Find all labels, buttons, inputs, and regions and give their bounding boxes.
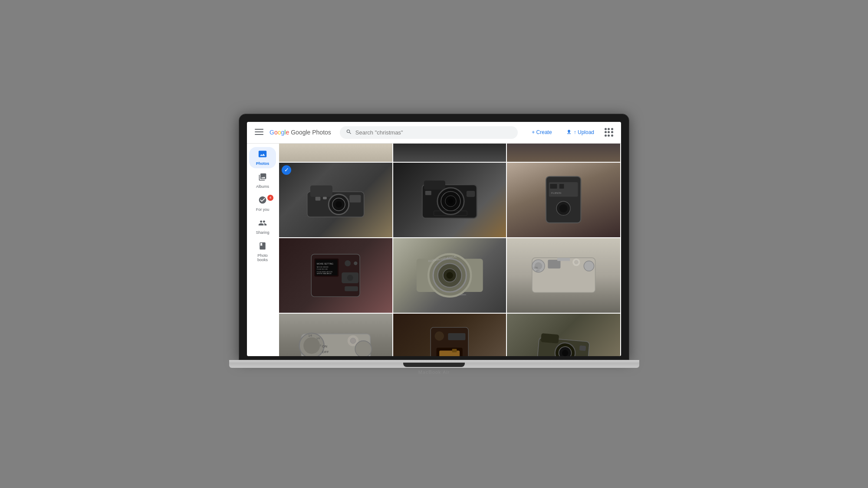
svg-rect-0	[255, 129, 263, 130]
for-you-badge: 4	[267, 195, 273, 201]
photo-cell-2[interactable]	[393, 163, 506, 237]
sidebar-item-for-you[interactable]: 4 For you	[249, 193, 276, 214]
svg-rect-1	[255, 131, 263, 132]
svg-rect-23	[559, 184, 564, 189]
svg-rect-12	[424, 180, 445, 190]
sidebar-item-albums[interactable]: Albums	[249, 170, 276, 191]
search-icon	[346, 129, 352, 136]
svg-rect-57	[548, 260, 560, 269]
screen: Google Google Photos	[247, 122, 621, 356]
photo-cell-1[interactable]	[279, 163, 392, 237]
photo-grid: FUJINON	[278, 162, 621, 356]
svg-rect-9	[316, 197, 321, 201]
svg-rect-82	[579, 346, 586, 351]
svg-text:FUJINON: FUJINON	[552, 192, 562, 194]
main-content: Photos Albums 4	[247, 144, 621, 356]
partial-top-1[interactable]	[279, 144, 392, 162]
photo-selected-check	[282, 165, 291, 175]
svg-rect-2	[255, 134, 263, 135]
menu-button[interactable]	[253, 126, 265, 139]
svg-point-75	[435, 331, 444, 341]
top-partial-row	[278, 144, 621, 162]
svg-rect-78	[541, 333, 559, 344]
svg-text:OFF: OFF	[322, 350, 329, 354]
svg-rect-40	[345, 286, 358, 291]
svg-point-68	[350, 338, 356, 344]
create-label: + Create	[532, 129, 552, 135]
sidebar-item-sharing[interactable]: Sharing	[249, 216, 276, 237]
sidebar-item-photobooks[interactable]: Photo books	[249, 239, 276, 265]
photo-cell-4[interactable]: MOVIE SETTING MOVIE MODE FILM ISO HD FIL…	[279, 238, 392, 313]
search-bar[interactable]	[340, 126, 518, 139]
svg-text:1/8: 1/8	[316, 337, 320, 340]
photo-cell-8[interactable]	[393, 314, 506, 356]
create-button[interactable]: + Create	[526, 127, 557, 138]
svg-text:MOVIE MODE: MOVIE MODE	[317, 265, 329, 268]
partial-top-2[interactable]	[393, 144, 506, 162]
svg-point-69	[355, 341, 372, 356]
sidebar-photobooks-label: Photo books	[253, 253, 273, 262]
macbook-base	[229, 360, 639, 368]
google-photos-app: Google Google Photos	[247, 122, 621, 356]
logo-photos-text: Google Photos	[291, 129, 331, 136]
svg-rect-22	[550, 184, 557, 189]
svg-point-37	[354, 261, 357, 265]
svg-point-54	[574, 260, 578, 264]
svg-text:ON: ON	[534, 266, 538, 269]
macbook-notch	[403, 363, 465, 367]
svg-text:2: 2	[320, 344, 321, 347]
svg-rect-58	[557, 258, 570, 261]
header: Google Google Photos	[247, 122, 621, 144]
search-input[interactable]	[355, 129, 512, 136]
photo-cell-3[interactable]: FUJINON	[507, 163, 620, 237]
google-apps-button[interactable]	[603, 126, 615, 138]
macbook-label: MacBook Air	[418, 370, 450, 375]
svg-text:WHITE BALANCE: WHITE BALANCE	[317, 272, 332, 275]
partial-top-3[interactable]	[507, 144, 620, 162]
for-you-icon	[258, 196, 267, 206]
svg-rect-17	[467, 191, 475, 197]
svg-text:MOVIE SETTING: MOVIE SETTING	[317, 262, 333, 265]
svg-rect-76	[448, 333, 466, 340]
screen-bezel: Google Google Photos	[239, 114, 629, 360]
header-actions: + Create ↑ Upload	[526, 126, 615, 139]
svg-point-7	[335, 201, 342, 208]
sidebar-photos-label: Photos	[256, 161, 270, 166]
svg-point-36	[345, 260, 351, 266]
photo-cell-7[interactable]: 1/4 1/8 2 ON OFF	[279, 314, 392, 356]
sidebar-foryou-label: For you	[256, 207, 270, 212]
svg-point-39	[347, 275, 353, 281]
svg-point-52	[584, 261, 594, 271]
svg-rect-4	[310, 186, 332, 197]
upload-icon	[566, 129, 572, 136]
photo-cell-6[interactable]: ON OFF	[507, 238, 620, 313]
sidebar-item-photos[interactable]: Photos	[249, 147, 276, 168]
svg-text:OFF: OFF	[536, 270, 540, 272]
svg-rect-18	[425, 191, 431, 195]
upload-label: ↑ Upload	[574, 129, 594, 135]
photo-cell-5[interactable]: FUJINON ASPHERICAL f=23mm	[393, 238, 506, 313]
photo-grid-container[interactable]: FUJINON	[278, 144, 621, 356]
svg-point-27	[559, 204, 568, 213]
photo-cell-9[interactable]: FUJINON	[507, 314, 620, 356]
svg-point-46	[446, 272, 453, 278]
svg-rect-8	[349, 195, 361, 203]
app-logo: Google Google Photos	[270, 129, 331, 136]
photobooks-icon	[258, 242, 267, 252]
svg-text:ON: ON	[322, 344, 327, 348]
upload-button[interactable]: ↑ Upload	[561, 126, 599, 139]
svg-text:1/4: 1/4	[308, 334, 312, 337]
macbook-container: Google Google Photos	[239, 114, 629, 375]
albums-icon	[258, 173, 267, 183]
svg-text:f=23mm: f=23mm	[457, 293, 466, 295]
sidebar-sharing-label: Sharing	[256, 230, 269, 235]
svg-text:FILM ISO HD: FILM ISO HD	[317, 268, 328, 270]
svg-rect-10	[323, 197, 327, 200]
svg-point-16	[448, 199, 453, 203]
photos-icon	[258, 150, 267, 160]
sidebar-albums-label: Albums	[256, 184, 269, 189]
svg-rect-73	[452, 349, 457, 353]
sharing-icon	[258, 219, 267, 229]
sidebar: Photos Albums 4	[247, 144, 278, 356]
